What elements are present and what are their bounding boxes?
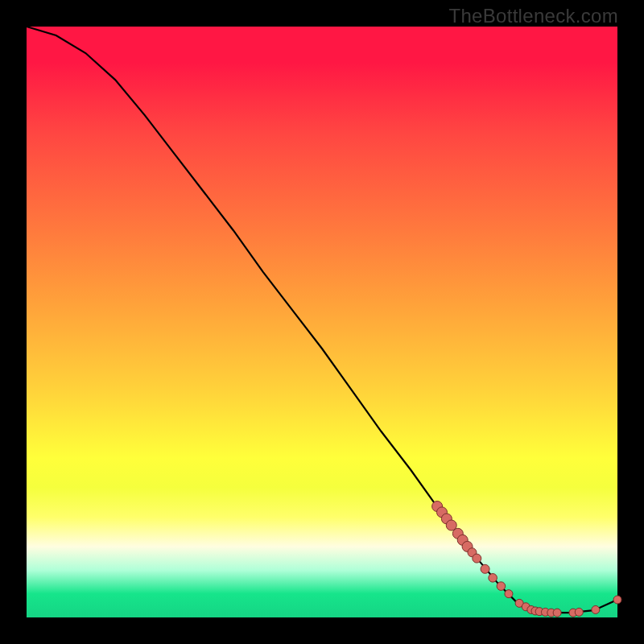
watermark-label: TheBottleneck.com bbox=[448, 5, 618, 27]
chart-frame: TheBottleneck.com bbox=[0, 0, 644, 644]
data-point bbox=[497, 582, 506, 591]
curve-line bbox=[27, 27, 617, 613]
data-point bbox=[592, 605, 600, 613]
data-point bbox=[575, 608, 583, 616]
watermark-text: TheBottleneck.com bbox=[448, 5, 618, 27]
chart-overlay bbox=[27, 27, 617, 617]
data-point bbox=[553, 609, 561, 617]
data-point bbox=[505, 590, 513, 598]
data-point bbox=[481, 564, 489, 573]
data-point bbox=[613, 596, 621, 604]
data-point bbox=[473, 554, 481, 563]
data-point bbox=[489, 574, 497, 583]
data-points bbox=[432, 502, 621, 617]
